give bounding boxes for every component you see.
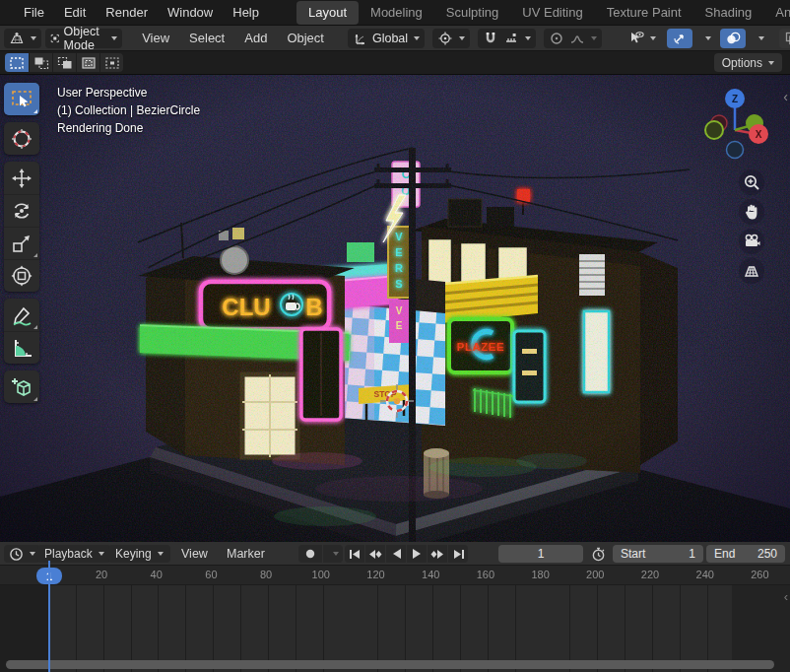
select-mode-new-button[interactable] (5, 53, 29, 72)
rotate-tool-icon (11, 200, 33, 222)
show-gizmo-dropdown[interactable] (694, 29, 716, 48)
tool-cursor[interactable] (4, 122, 39, 155)
timeline-scrollbar[interactable] (6, 660, 774, 669)
menu-file[interactable]: File (14, 0, 54, 25)
gizmo-axis-neg-y[interactable] (705, 121, 723, 139)
show-overlays-toggle[interactable] (720, 29, 746, 48)
viewport-canvas[interactable]: PLAZEE C O (0, 75, 790, 542)
playhead-line[interactable] (48, 561, 50, 672)
select-mode-subtract-button[interactable] (52, 53, 76, 72)
prev-keyframe-button[interactable] (365, 545, 385, 563)
tool-rotate[interactable] (4, 194, 39, 227)
menu-render[interactable]: Render (96, 0, 158, 25)
transform-tool-icon (11, 265, 33, 287)
mode-dropdown[interactable]: Object Mode (45, 29, 122, 48)
select-mode-extend-button[interactable] (29, 53, 52, 72)
topbar: File Edit Render Window Help Layout Mode… (0, 0, 790, 26)
timeline-menu-marker[interactable]: Marker (219, 542, 273, 566)
proportional-edit-icon[interactable] (549, 31, 564, 46)
zoom-button[interactable] (739, 169, 764, 195)
tracks-before-range (0, 585, 49, 672)
preview-range-button[interactable] (587, 542, 610, 566)
transform-orientation-dropdown[interactable]: Global (348, 29, 425, 48)
auto-keying-toggle[interactable] (298, 545, 322, 563)
keying-dropdown[interactable]: Keying (108, 545, 170, 563)
next-keyframe-button[interactable] (428, 545, 447, 563)
menu-add[interactable]: Add (234, 31, 277, 45)
tool-move[interactable] (4, 162, 39, 194)
timeline-tracks[interactable] (0, 585, 790, 672)
options-dropdown[interactable]: Options (714, 53, 782, 72)
move-tool-icon (11, 168, 33, 189)
play-button[interactable] (407, 545, 427, 563)
menu-object[interactable]: Object (277, 31, 334, 45)
pivot-point-dropdown[interactable] (432, 29, 470, 48)
pan-button[interactable] (739, 199, 764, 225)
tool-add-cube[interactable] (4, 370, 39, 403)
snap-increment-icon[interactable] (503, 31, 519, 46)
tracks-after-range (732, 585, 790, 672)
camera-view-button[interactable] (739, 229, 764, 254)
frame-end-field[interactable]: End 250 (706, 545, 785, 563)
menu-view[interactable]: View (132, 31, 179, 45)
tool-transform[interactable] (4, 259, 39, 292)
timeline-menu-view[interactable]: View (173, 542, 216, 566)
select-extend-icon (33, 56, 49, 70)
object-mode-icon (50, 31, 60, 46)
tab-layout[interactable]: Layout (296, 1, 359, 25)
play-reverse-button[interactable] (386, 545, 406, 563)
jump-to-end-button[interactable] (448, 545, 468, 563)
tool-measure[interactable] (4, 331, 39, 364)
object-type-visibility-dropdown[interactable] (624, 29, 661, 48)
blender-window: File Edit Render Window Help Layout Mode… (0, 0, 790, 672)
tab-modeling[interactable]: Modeling (359, 1, 434, 25)
navigation-gizmo[interactable]: X Z (697, 85, 772, 160)
menu-help[interactable]: Help (223, 0, 269, 25)
select-new-icon (9, 56, 25, 70)
select-subtract-icon (57, 56, 73, 70)
tab-sculpting[interactable]: Sculpting (434, 1, 510, 25)
tool-select-box[interactable] (4, 83, 39, 115)
orientation-label: Global (372, 32, 408, 45)
toggle-xray-button[interactable] (779, 29, 790, 48)
menu-window[interactable]: Window (158, 0, 223, 25)
show-overlays-dropdown[interactable] (748, 29, 769, 48)
gizmo-axis-neg-z[interactable] (727, 142, 744, 159)
select-intersect-icon (104, 56, 120, 70)
menu-select[interactable]: Select (179, 31, 234, 45)
keying-set-dropdown[interactable] (323, 545, 343, 563)
gizmo-z-label: Z (732, 94, 738, 104)
tool-annotate[interactable] (4, 299, 39, 331)
timeline-collapse-arrow[interactable]: ‹ (784, 589, 788, 604)
tab-uv-editing[interactable]: UV Editing (510, 1, 594, 25)
menu-edit[interactable]: Edit (54, 0, 96, 25)
sidebar-collapse-arrow[interactable]: ‹ (783, 89, 788, 104)
measure-tool-icon (11, 337, 33, 359)
select-mode-intersect-button[interactable] (99, 53, 123, 72)
ruler-label: 220 (641, 569, 659, 580)
snap-magnet-icon[interactable] (483, 31, 498, 46)
current-frame-value: 1 (538, 547, 545, 561)
tool-scale[interactable] (4, 227, 39, 259)
tab-animation[interactable]: Animation (763, 1, 790, 25)
snap-group (478, 29, 536, 48)
falloff-curve-icon[interactable] (569, 31, 585, 46)
current-frame-field[interactable]: 1 (498, 545, 583, 563)
jump-to-start-button[interactable] (345, 545, 364, 563)
select-mode-invert-button[interactable] (76, 53, 99, 72)
frame-start-field[interactable]: Start 1 (613, 545, 703, 563)
viewport-overlay-text: User Perspective (1) Collection | Bezier… (57, 84, 200, 137)
timeline-ruler[interactable]: 20 40 60 80 100 120 140 160 180 200 220 … (0, 566, 790, 585)
show-gizmo-toggle[interactable] (667, 29, 692, 48)
ruler-label: 80 (260, 569, 272, 580)
tab-texture-paint[interactable]: Texture Paint (595, 1, 693, 25)
timeline-editor-type-button[interactable] (4, 545, 40, 563)
tab-shading[interactable]: Shading (693, 1, 764, 25)
xray-icon (784, 31, 790, 46)
editor-type-button[interactable] (4, 29, 41, 48)
ruler-label: 140 (422, 569, 439, 580)
workspace-tabs: Layout Modeling Sculpting UV Editing Tex… (296, 0, 790, 25)
viewport-3d[interactable]: PLAZEE C O (0, 75, 790, 542)
ruler-label: 200 (586, 569, 604, 580)
perspective-toggle-button[interactable] (739, 258, 764, 284)
